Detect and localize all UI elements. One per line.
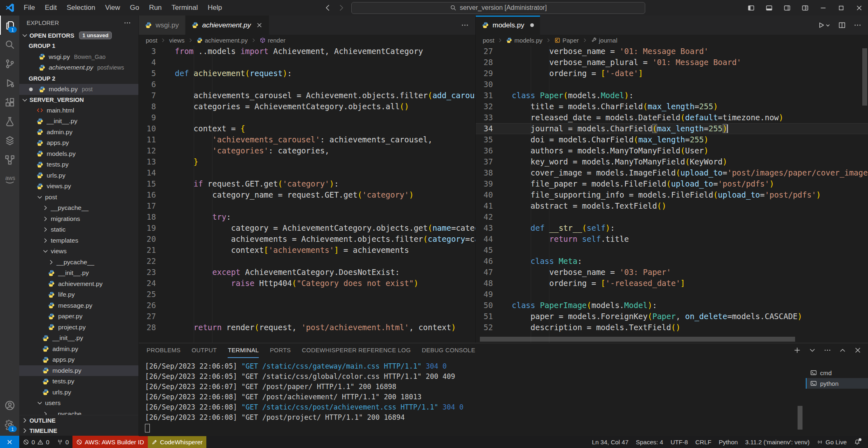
breadcrumb-models-py[interactable]: models.py <box>506 37 542 44</box>
tree-item-models-py[interactable]: models.py <box>19 365 138 376</box>
breadcrumb-views[interactable]: views <box>169 37 185 44</box>
open-editor-models-py[interactable]: models.pypost <box>19 84 138 95</box>
tree-item-urls-py[interactable]: urls.py <box>19 170 138 181</box>
terminal-output[interactable]: [26/Sep/2023 22:06:05] "GET /static/css/… <box>139 358 806 436</box>
breadcrumb-render[interactable]: render <box>260 37 285 44</box>
outline-header[interactable]: OUTLINE <box>19 415 138 425</box>
ports-status[interactable]: 0 <box>53 436 72 448</box>
terminal-dropdown-icon[interactable] <box>809 347 816 354</box>
menu-terminal[interactable]: Terminal <box>167 2 203 14</box>
activity-search[interactable] <box>0 35 19 54</box>
code-editor[interactable]: 3from ..models import Achievement, Achie… <box>139 46 475 343</box>
tree-item-life-py[interactable]: life.py <box>19 289 138 300</box>
menu-edit[interactable]: Edit <box>40 2 61 14</box>
tab-wsgi-py[interactable]: wsgi.py <box>139 16 185 35</box>
breadcrumb-journal[interactable]: journal <box>591 37 617 44</box>
tree-item-apps-py[interactable]: apps.py <box>19 137 138 149</box>
tree-item-tests-py[interactable]: tests.py <box>19 376 138 387</box>
panel-tab-debug-console[interactable]: DEBUG CONSOLE <box>422 343 475 358</box>
activity-aws[interactable]: aws <box>0 169 19 189</box>
breadcrumb-paper[interactable]: Paper <box>554 37 579 44</box>
tree-item-pycache[interactable]: __pycache__ <box>19 409 138 415</box>
activity-settings[interactable]: 1 <box>0 415 19 434</box>
layout-sidebar-icon-button[interactable] <box>742 0 760 16</box>
breadcrumb-post[interactable]: post <box>146 37 157 44</box>
panel-tab-ports[interactable]: PORTS <box>270 343 291 358</box>
horizontal-scrollbar[interactable] <box>480 337 795 342</box>
panel-tab-terminal[interactable]: TERMINAL <box>228 343 259 358</box>
tree-item-project-py[interactable]: project.py <box>19 322 138 333</box>
layout-panel-icon-button[interactable] <box>760 0 778 16</box>
menu-file[interactable]: File <box>19 2 40 14</box>
workspace-header[interactable]: SERVER_VERSION <box>19 95 138 105</box>
activity-source-control[interactable] <box>0 54 19 73</box>
terminal-scrollbar[interactable] <box>798 406 802 430</box>
tree-item-views[interactable]: views <box>19 246 138 257</box>
tree-item-admin-py[interactable]: admin.py <box>19 344 138 355</box>
activity-run-debug[interactable] <box>0 73 19 92</box>
terminal-instance-python[interactable]: python <box>806 378 868 389</box>
panel-tab-codewhisperer-reference-log[interactable]: CODEWHISPERER REFERENCE LOG <box>302 343 411 358</box>
breadcrumb-post[interactable]: post <box>483 37 494 44</box>
terminal-instance-cmd[interactable]: cmd <box>806 367 868 378</box>
open-editor-achievement-py[interactable]: achievement.pypost\views <box>19 62 138 73</box>
problems-status[interactable]: 00 <box>19 436 53 448</box>
tree-item-main-html[interactable]: main.html <box>19 105 138 116</box>
tree-item-init-py[interactable]: __init__.py <box>19 333 138 344</box>
layout-customize-icon-button[interactable] <box>796 0 814 16</box>
code-editor[interactable]: 27 verbose_name = '01: Message Board'28 … <box>476 46 868 343</box>
status-3-11-2-mainenv-venv[interactable]: 3.11.2 ('mainenv': venv) <box>741 436 813 448</box>
vertical-scrollbar[interactable] <box>862 48 867 106</box>
tree-item-init-py[interactable]: __init__.py <box>19 268 138 279</box>
tree-item-apps-py[interactable]: apps.py <box>19 354 138 365</box>
panel-tab-problems[interactable]: PROBLEMS <box>147 343 181 358</box>
tree-item-users[interactable]: users <box>19 398 138 409</box>
tree-item-admin-py[interactable]: admin.py <box>19 127 138 138</box>
new-terminal-icon[interactable] <box>793 347 801 354</box>
close-panel-icon[interactable] <box>854 347 861 354</box>
menu-run[interactable]: Run <box>144 2 167 14</box>
nav-forward-icon[interactable] <box>337 4 346 12</box>
tree-item-models-py[interactable]: models.py <box>19 149 138 160</box>
tree-item-tests-py[interactable]: tests.py <box>19 159 138 170</box>
nav-back-icon[interactable] <box>323 4 332 12</box>
panel-more-icon[interactable] <box>824 347 831 354</box>
activity-explorer[interactable]: 1 <box>0 16 19 35</box>
close-icon[interactable] <box>256 22 263 29</box>
open-editor-wsgi-py[interactable]: wsgi.pyBowen_Gao <box>19 52 138 63</box>
explorer-more-icon[interactable] <box>124 19 131 27</box>
more-actions-icon[interactable] <box>461 21 469 29</box>
activity-testing[interactable] <box>0 112 19 131</box>
tree-item-urls-py[interactable]: urls.py <box>19 387 138 398</box>
status-utf-8[interactable]: UTF-8 <box>667 436 692 448</box>
tree-item-views-py[interactable]: views.py <box>19 181 138 192</box>
tree-item-post[interactable]: post <box>19 192 138 203</box>
status-python[interactable]: Python <box>715 436 741 448</box>
status-go-live[interactable]: Go Live <box>813 436 850 448</box>
activity-accounts[interactable] <box>0 396 19 415</box>
tree-item-pycache[interactable]: __pycache__ <box>19 257 138 268</box>
remote-indicator[interactable] <box>0 436 19 448</box>
status-codewhisperer[interactable]: CodeWhisperer <box>148 436 206 448</box>
tree-item-message-py[interactable]: message.py <box>19 300 138 311</box>
open-editors-header[interactable]: OPEN EDITORS 1 unsaved <box>19 30 138 41</box>
tree-item-templates[interactable]: templates <box>19 235 138 246</box>
menu-selection[interactable]: Selection <box>62 2 100 14</box>
status-notifications[interactable] <box>850 436 864 448</box>
status-aws-aws-builder-id[interactable]: AWS: AWS Builder ID <box>72 436 148 448</box>
menu-go[interactable]: Go <box>125 2 144 14</box>
tree-item-achievement-py[interactable]: achievement.py <box>19 279 138 290</box>
tree-item-pycache[interactable]: __pycache__ <box>19 203 138 214</box>
tab-achievement-py[interactable]: achievement.py <box>185 16 269 35</box>
more-actions-icon[interactable] <box>854 21 861 29</box>
layout-secondary-sidebar-icon-button[interactable] <box>778 0 796 16</box>
tree-item-static[interactable]: static <box>19 224 138 235</box>
maximize-panel-icon[interactable] <box>839 347 846 354</box>
timeline-header[interactable]: TIMELINE <box>19 425 138 436</box>
command-center-search[interactable]: server_version [Administrator] <box>351 2 645 14</box>
tree-item-init-py[interactable]: __init__.py <box>19 116 138 127</box>
run-python-button[interactable] <box>817 21 830 29</box>
menu-view[interactable]: View <box>100 2 125 14</box>
split-editor-icon[interactable] <box>838 21 846 29</box>
breadcrumb-achievement-py[interactable]: achievement.py <box>197 37 248 44</box>
